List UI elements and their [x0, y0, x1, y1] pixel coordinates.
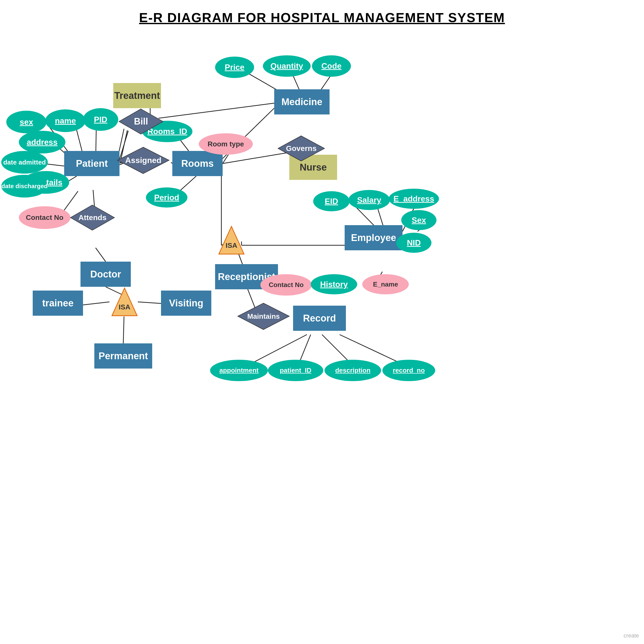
attribute-history: History: [311, 274, 357, 294]
attribute-pid: PID: [83, 108, 118, 131]
attribute-salary: Salary: [348, 190, 390, 210]
entity-patient: Patient: [64, 151, 119, 176]
entity-visiting: Visiting: [161, 291, 211, 316]
attribute-price: Price: [215, 57, 254, 78]
svg-marker-57: [112, 288, 137, 316]
attribute-room-type: Room type: [199, 133, 253, 155]
diagram-container: E-R DIAGRAM FOR HOSPITAL MANAGEMENT SYST…: [0, 0, 644, 644]
entity-employee: Employee: [345, 225, 403, 250]
attribute-sex-emp: Sex: [401, 210, 436, 230]
attribute-date-admitted: date admitted: [1, 151, 48, 174]
attribute-code: Code: [312, 55, 351, 77]
svg-text:ISA: ISA: [119, 303, 131, 311]
entity-record: Record: [293, 306, 346, 331]
attribute-e-address: E_address: [389, 189, 439, 209]
attribute-record-no: record_no: [382, 360, 435, 381]
attribute-eid: EID: [313, 191, 350, 211]
relationship-bill: Bill: [118, 108, 164, 135]
attribute-patient-id: patient_ID: [268, 360, 323, 381]
attribute-description: description: [325, 360, 381, 381]
svg-text:ISA: ISA: [226, 241, 237, 249]
isa-doctor: ISA: [111, 287, 138, 317]
attribute-sex: sex: [6, 111, 47, 133]
attribute-appointment: appointment: [210, 360, 268, 381]
attribute-date-discharged: date discharged: [1, 175, 48, 197]
svg-line-10: [158, 103, 274, 118]
relationship-assigned: Assigned: [116, 146, 170, 175]
svg-line-27: [123, 316, 124, 343]
relationship-maintains: Maintains: [236, 302, 291, 331]
relationship-governs: Governs: [277, 135, 326, 162]
attribute-period: Period: [146, 187, 187, 208]
diagram-title: E-R DIAGRAM FOR HOSPITAL MANAGEMENT SYST…: [0, 0, 644, 25]
entity-permanent: Permanent: [94, 343, 152, 369]
relationship-attends: Attends: [69, 204, 116, 231]
attribute-contact-no-patient: Contact No: [19, 206, 70, 229]
attribute-address: address: [19, 131, 65, 153]
attribute-name: name: [45, 109, 86, 132]
attribute-e-name: E_name: [362, 274, 409, 294]
attribute-nid: NID: [396, 233, 431, 253]
svg-line-23: [96, 248, 106, 262]
entity-rooms: Rooms: [172, 151, 223, 176]
entity-treatment: Treatment: [113, 83, 161, 108]
attribute-quantity: Quantity: [263, 55, 311, 77]
entity-medicine: Medicine: [274, 89, 330, 114]
entity-doctor: Doctor: [81, 262, 131, 287]
isa-employee: ISA: [218, 225, 245, 255]
watermark: create: [624, 632, 639, 639]
entity-trainee: trainee: [33, 291, 83, 316]
attribute-contact-no-emp: Contact No: [260, 274, 312, 296]
svg-marker-59: [219, 226, 244, 254]
